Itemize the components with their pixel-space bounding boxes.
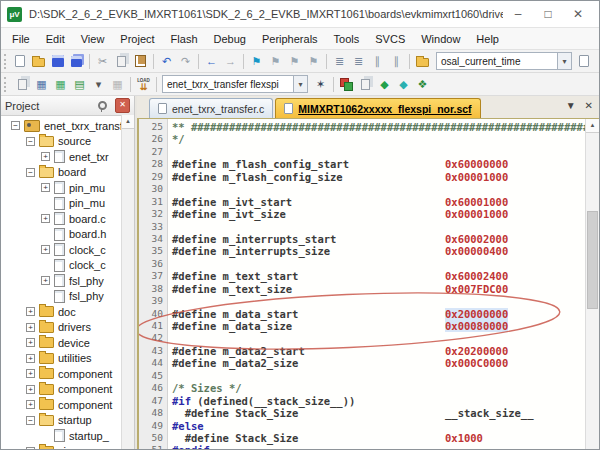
tree-item-enet-txrx-transf[interactable]: −enet_txrx_transf — [1, 118, 134, 134]
outdent-icon[interactable]: ≣ — [349, 52, 368, 70]
tree-item-enet-txr[interactable]: +enet_txr — [1, 149, 134, 165]
code-line-26[interactable]: 26*/ — [139, 133, 586, 145]
cut-icon[interactable]: ✂ — [93, 52, 112, 70]
scroll-up-icon[interactable]: ▲ — [122, 115, 134, 129]
expand-icon[interactable]: + — [26, 338, 35, 347]
new-file-icon[interactable] — [10, 52, 29, 70]
menu-item-svcs[interactable]: SVCS — [367, 31, 413, 47]
find-in-files-icon[interactable] — [574, 52, 593, 70]
code-line-40[interactable]: 40#define m_data_start0x20000000 — [139, 308, 586, 320]
menu-item-tools[interactable]: Tools — [326, 31, 368, 47]
code-line-50[interactable]: 50 #define Stack_Size0x1000 — [139, 432, 586, 444]
manage-project-items-icon[interactable] — [356, 75, 375, 93]
code-line-32[interactable]: 32#define m_ivt_size0x00001000 — [139, 208, 586, 220]
expand-icon[interactable]: + — [41, 183, 50, 192]
menu-item-window[interactable]: Window — [413, 31, 468, 47]
expand-icon[interactable]: + — [26, 323, 35, 332]
stop-build-icon[interactable]: ▦ — [108, 75, 127, 93]
tree-item-startup-[interactable]: startup_ — [1, 428, 134, 444]
tree-item-component[interactable]: +component — [1, 397, 134, 413]
tree-item-fsl-phy[interactable]: fsl_phy — [1, 289, 134, 305]
code-line-28[interactable]: 28#define m_flash_config_start0x60000000 — [139, 158, 586, 170]
copy-icon[interactable] — [112, 52, 131, 70]
bookmark-clear-all-icon[interactable]: ⚑ — [304, 52, 323, 70]
code-line-45[interactable]: 45 — [139, 370, 586, 382]
tree-item-clock-c[interactable]: +clock_c — [1, 242, 134, 258]
target-select-combo[interactable]: enet_txrx_transfer flexspi — [162, 75, 294, 93]
rebuild-all-icon[interactable]: ▦ — [51, 75, 70, 93]
tab-list-dropdown-icon[interactable]: ▼ — [566, 100, 576, 111]
collapse-icon[interactable]: − — [26, 416, 35, 425]
tree-item-drivers[interactable]: +drivers — [1, 320, 134, 336]
target-combo-dropdown-icon[interactable]: ▾ — [294, 75, 308, 93]
close-button[interactable]: ✕ — [563, 7, 593, 21]
toolbar-grip[interactable] — [4, 54, 6, 69]
undo-icon[interactable]: ↶ — [157, 52, 176, 70]
pack-installer-icon[interactable]: ❖ — [413, 75, 432, 93]
save-all-icon[interactable] — [67, 52, 86, 70]
redo-icon[interactable]: ↷ — [176, 52, 195, 70]
code-line-27[interactable]: 27 — [139, 146, 586, 158]
bookmark-toggle-icon[interactable]: ⚑ — [247, 52, 266, 70]
tree-item-doc[interactable]: +doc — [1, 304, 134, 320]
bookmark-previous-icon[interactable]: ⚑ — [266, 52, 285, 70]
software-packs-icon[interactable]: ◆ — [375, 75, 394, 93]
code-editor[interactable]: 25** ###################################… — [137, 118, 599, 449]
comment-selection-icon[interactable]: ∥ — [368, 52, 387, 70]
navigate-back-icon[interactable]: ← — [202, 52, 221, 70]
expand-icon[interactable]: + — [26, 447, 35, 449]
menu-item-view[interactable]: View — [73, 31, 113, 47]
code-line-41[interactable]: 41#define m_data_size0x00080000 — [139, 320, 586, 332]
code-line-42[interactable]: 42 — [139, 332, 586, 344]
tree-item-component[interactable]: +component — [1, 366, 134, 382]
code-line-33[interactable]: 33 — [139, 221, 586, 233]
tree-item-pin-mu[interactable]: +pin_mu — [1, 180, 134, 196]
collapse-icon[interactable]: − — [26, 168, 35, 177]
code-line-46[interactable]: 46/* Sizes */ — [139, 382, 586, 394]
expand-icon[interactable]: + — [41, 152, 50, 161]
batch-build-dropdown-icon[interactable]: ▾ — [89, 75, 108, 93]
project-panel-close-icon[interactable]: ✕ — [115, 98, 130, 113]
menu-item-peripherals[interactable]: Peripherals — [254, 31, 326, 47]
indent-icon[interactable]: ≣ — [330, 52, 349, 70]
edit-find-icon[interactable] — [413, 52, 432, 70]
expand-icon[interactable]: + — [41, 276, 50, 285]
tree-item-xip[interactable]: +xip — [1, 444, 134, 450]
manage-rte-icon[interactable] — [337, 75, 356, 93]
collapse-icon[interactable]: − — [26, 137, 35, 146]
tree-item-utilities[interactable]: +utilities — [1, 351, 134, 367]
code-line-25[interactable]: 25** ###################################… — [139, 121, 586, 133]
incremental-find-icon[interactable]: ✦ — [593, 52, 600, 70]
code-line-38[interactable]: 38#define m_text_size0x007FDC00 — [139, 283, 586, 295]
menu-item-edit[interactable]: Edit — [38, 31, 73, 47]
tab-close-icon[interactable]: ✕ — [585, 100, 593, 111]
menu-item-project[interactable]: Project — [112, 31, 162, 47]
navigate-forward-icon[interactable]: → — [221, 52, 240, 70]
save-icon[interactable] — [48, 52, 67, 70]
code-line-29[interactable]: 29#define m_flash_config_size0x00001000 — [139, 171, 586, 183]
uncomment-selection-icon[interactable]: ∥ — [387, 52, 406, 70]
menu-item-file[interactable]: File — [4, 31, 38, 47]
bookmark-next-icon[interactable]: ⚑ — [285, 52, 304, 70]
search-combo[interactable]: osal_current_time — [436, 52, 558, 70]
code-line-47[interactable]: 47#if (defined(__stack_size__)) — [139, 395, 586, 407]
maximize-button[interactable]: □ — [533, 7, 563, 21]
expand-icon[interactable]: + — [26, 385, 35, 394]
toolbar-grip[interactable] — [4, 77, 9, 92]
code-line-36[interactable]: 36 — [139, 258, 586, 270]
tree-item-pin-mu[interactable]: pin_mu — [1, 196, 134, 212]
translate-file-icon[interactable] — [13, 75, 32, 93]
tree-item-clock-c[interactable]: clock_c — [1, 258, 134, 274]
code-line-44[interactable]: 44#define m_data2_size0x000C0000 — [139, 357, 586, 369]
code-line-48[interactable]: 48 #define Stack_Size__stack_size__ — [139, 407, 586, 419]
build-icon[interactable]: ▦ — [32, 75, 51, 93]
menu-item-debug[interactable]: Debug — [206, 31, 254, 47]
scrollbar-thumb[interactable] — [587, 211, 598, 309]
expand-icon[interactable]: + — [26, 369, 35, 378]
tree-item-startup[interactable]: −startup — [1, 413, 134, 429]
expand-icon[interactable]: + — [41, 245, 50, 254]
expand-icon[interactable]: + — [41, 214, 50, 223]
menu-item-flash[interactable]: Flash — [163, 31, 206, 47]
expand-icon[interactable]: + — [26, 354, 35, 363]
tree-item-component[interactable]: +component — [1, 382, 134, 398]
